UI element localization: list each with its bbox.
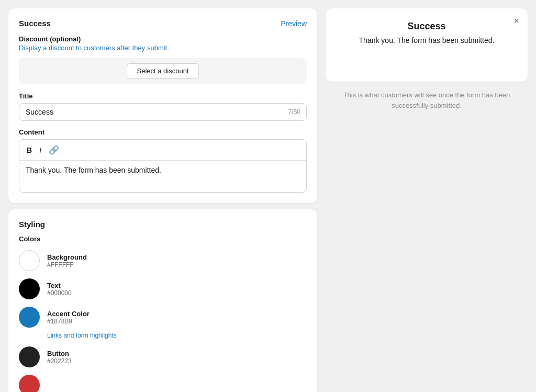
- content-editor: B I 🔗 Thank you. The form has been submi…: [19, 139, 307, 193]
- extra-color-swatch[interactable]: [19, 375, 40, 392]
- editor-content-area[interactable]: Thank you. The form has been submitted.: [19, 161, 306, 192]
- preview-panel-title: Success: [340, 21, 513, 32]
- color-item-background: Background #FFFFFF: [19, 250, 307, 271]
- color-item-accent: Accent Color #1878B9: [19, 307, 307, 328]
- title-input-wrapper: 7/50: [19, 103, 307, 121]
- preview-panel-body: Thank you. The form has been submitted.: [340, 36, 513, 44]
- preview-card: × Success Thank you. The form has been s…: [326, 8, 528, 82]
- styling-card: Styling Colors Background #FFFFFF Text #…: [8, 209, 317, 392]
- card-header: Success Preview: [19, 19, 307, 28]
- title-field-label: Title: [19, 92, 307, 100]
- char-count: 7/50: [288, 108, 300, 116]
- links-highlight-label: Links and form highlights: [19, 332, 307, 339]
- background-color-swatch[interactable]: [19, 250, 40, 271]
- button-color-info: Button #202223: [47, 350, 72, 365]
- discount-desc: Display a discount to customers after th…: [19, 44, 307, 52]
- background-color-info: Background #FFFFFF: [47, 253, 87, 268]
- background-color-hex: #FFFFFF: [47, 261, 87, 268]
- editor-toolbar: B I 🔗: [19, 140, 306, 161]
- content-field-label: Content: [19, 128, 307, 136]
- title-input[interactable]: [19, 103, 307, 121]
- color-item-extra: [19, 375, 307, 392]
- content-field: Content B I 🔗 Thank you. The form has be…: [19, 128, 307, 193]
- button-color-name: Button: [47, 350, 72, 357]
- text-color-swatch[interactable]: [19, 278, 40, 299]
- text-color-info: Text #000000: [47, 282, 72, 297]
- left-panel: Success Preview Discount (optional) Disp…: [8, 8, 317, 392]
- italic-button[interactable]: I: [37, 144, 43, 156]
- styling-card-title: Styling: [19, 220, 307, 229]
- right-panel: × Success Thank you. The form has been s…: [326, 8, 528, 392]
- preview-link[interactable]: Preview: [281, 19, 307, 28]
- background-color-name: Background: [47, 253, 87, 261]
- accent-color-swatch[interactable]: [19, 307, 40, 328]
- success-card-title: Success: [19, 19, 51, 28]
- discount-label: Discount (optional): [19, 35, 307, 43]
- title-field: Title 7/50: [19, 92, 307, 121]
- discount-btn-wrapper: Select a discount: [19, 58, 307, 84]
- preview-close-button[interactable]: ×: [513, 16, 519, 27]
- preview-note: This is what customers will see once the…: [326, 90, 528, 110]
- text-color-hex: #000000: [47, 289, 72, 297]
- bold-button[interactable]: B: [25, 144, 34, 156]
- link-button[interactable]: 🔗: [47, 144, 61, 156]
- select-discount-button[interactable]: Select a discount: [127, 63, 198, 79]
- button-color-swatch[interactable]: [19, 346, 40, 367]
- color-item-text: Text #000000: [19, 278, 307, 299]
- discount-section: Discount (optional) Display a discount t…: [19, 35, 307, 84]
- color-item-button: Button #202223: [19, 346, 307, 367]
- accent-color-name: Accent Color: [47, 310, 90, 318]
- colors-label: Colors: [19, 235, 307, 243]
- accent-color-info: Accent Color #1878B9: [47, 310, 90, 325]
- accent-color-hex: #1878B9: [47, 318, 90, 325]
- text-color-name: Text: [47, 282, 72, 289]
- button-color-hex: #202223: [47, 357, 72, 365]
- success-card: Success Preview Discount (optional) Disp…: [8, 8, 317, 203]
